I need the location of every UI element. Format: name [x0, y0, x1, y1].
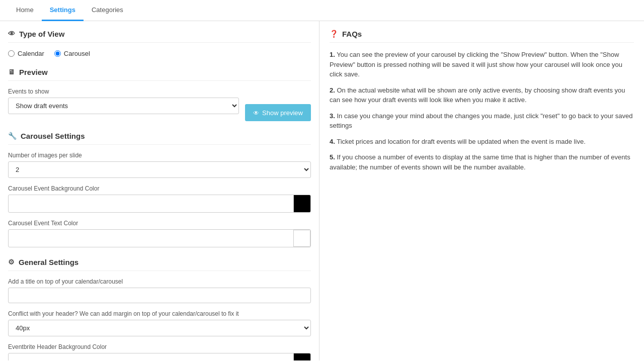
left-panel: Type of View Calendar Carousel Preview	[0, 21, 319, 360]
right-panel: FAQs 1. You can see the preview of your …	[319, 21, 644, 360]
title-field-group: Add a title on top of your calendar/caro…	[8, 278, 311, 303]
carousel-settings-header: Carousel Settings	[8, 131, 311, 145]
faq-item-2: 2. On the actual website what will be sh…	[330, 85, 634, 105]
carousel-text-color-label: Carousel Event Text Color	[8, 220, 311, 227]
header-bg-color-group: Eventbrite Header Background Color #0000…	[8, 343, 311, 360]
navigation: Home Settings Categories	[0, 0, 644, 21]
faq-header: FAQs	[330, 29, 634, 43]
show-preview-button[interactable]: Show preview	[245, 104, 311, 121]
radio-carousel-label[interactable]: Carousel	[54, 50, 90, 57]
nav-home[interactable]: Home	[8, 0, 42, 21]
faq-text-1: You can see the preview of your carousel…	[330, 51, 622, 78]
images-per-slide-label: Number of images per slide	[8, 152, 311, 159]
events-to-show-group: Events to show Show draft events Show ac…	[8, 88, 239, 114]
title-field-label: Add a title on top of your calendar/caro…	[8, 278, 311, 285]
title-field-input[interactable]: Sample Events	[8, 288, 311, 303]
carousel-bg-color-label: Carousel Event Background Color	[8, 185, 311, 192]
faq-text-4: Ticket prices and location for draft eve…	[337, 138, 586, 145]
faq-text-5: If you choose a number of events to disp…	[330, 153, 630, 171]
images-per-slide-select[interactable]: 1 2 3 4 5	[8, 161, 311, 178]
events-to-show-label: Events to show	[8, 88, 239, 95]
preview-row: Events to show Show draft events Show ac…	[8, 88, 311, 121]
radio-calendar-text: Calendar	[18, 50, 44, 57]
faq-text-3: In case you change your mind about the c…	[330, 112, 633, 130]
radio-calendar-label[interactable]: Calendar	[8, 50, 44, 57]
carousel-text-color-row: #ffffff	[8, 229, 311, 247]
carousel-text-color-input[interactable]: #ffffff	[9, 231, 293, 246]
show-preview-label: Show preview	[262, 109, 303, 117]
gear-icon	[8, 257, 15, 266]
carousel-settings-title: Carousel Settings	[21, 132, 85, 140]
faq-num-1: 1.	[330, 51, 335, 58]
faq-num-4: 4.	[330, 138, 335, 145]
type-of-view-title: Type of View	[19, 30, 64, 38]
images-per-slide-group: Number of images per slide 1 2 3 4 5	[8, 152, 311, 178]
header-bg-color-label: Eventbrite Header Background Color	[8, 343, 311, 350]
carousel-bg-color-swatch[interactable]	[293, 195, 310, 212]
faq-title: FAQs	[342, 30, 362, 38]
carousel-text-color-group: Carousel Event Text Color #ffffff	[8, 220, 311, 247]
margin-field-label: Conflict with your header? We can add ma…	[8, 310, 311, 317]
faq-item-4: 4. Ticket prices and location for draft …	[330, 137, 634, 147]
preview-eye-icon	[253, 109, 259, 117]
radio-carousel[interactable]	[54, 50, 61, 57]
question-icon	[330, 29, 338, 38]
general-settings-header: General Settings	[8, 257, 311, 271]
general-settings-title: General Settings	[19, 258, 78, 266]
carousel-bg-color-input[interactable]: #000000	[9, 197, 293, 211]
type-of-view-section: Type of View Calendar Carousel	[8, 29, 311, 57]
faq-item-1: 1. You can see the preview of your carou…	[330, 50, 634, 79]
header-bg-color-input[interactable]: #000000	[9, 355, 293, 361]
header-bg-color-row: #000000	[8, 353, 311, 360]
carousel-text-color-swatch[interactable]	[293, 230, 310, 247]
main-layout: Type of View Calendar Carousel Preview	[0, 21, 644, 360]
carousel-settings-section: Carousel Settings Number of images per s…	[8, 131, 311, 247]
radio-carousel-text: Carousel	[64, 50, 90, 57]
faq-item-5: 5. If you choose a number of events to d…	[330, 152, 634, 172]
header-bg-color-swatch[interactable]	[293, 353, 310, 360]
radio-calendar[interactable]	[8, 50, 15, 57]
margin-field-select[interactable]: 0px 10px 20px 30px 40px 50px 60px 70px 8…	[8, 320, 311, 336]
wrench-icon	[8, 131, 17, 140]
carousel-bg-color-group: Carousel Event Background Color #000000	[8, 185, 311, 213]
general-settings-section: General Settings Add a title on top of y…	[8, 257, 311, 360]
events-to-show-select[interactable]: Show draft events Show active events	[8, 98, 239, 114]
eye-icon	[8, 29, 15, 38]
faq-num-2: 2.	[330, 86, 335, 94]
preview-header: Preview	[8, 67, 311, 81]
nav-categories[interactable]: Categories	[84, 0, 131, 21]
faq-num-3: 3.	[330, 112, 335, 120]
preview-title: Preview	[19, 68, 48, 76]
monitor-icon	[8, 67, 15, 76]
nav-settings[interactable]: Settings	[42, 0, 84, 21]
faq-item-3: 3. In case you change your mind about th…	[330, 111, 634, 131]
type-of-view-header: Type of View	[8, 29, 311, 43]
carousel-bg-color-row: #000000	[8, 195, 311, 213]
preview-section: Preview Events to show Show draft events…	[8, 67, 311, 121]
view-type-radio-group: Calendar Carousel	[8, 50, 311, 57]
margin-field-group: Conflict with your header? We can add ma…	[8, 310, 311, 336]
faq-text-2: On the actual website what will be shown…	[330, 86, 625, 104]
faq-num-5: 5.	[330, 153, 335, 161]
